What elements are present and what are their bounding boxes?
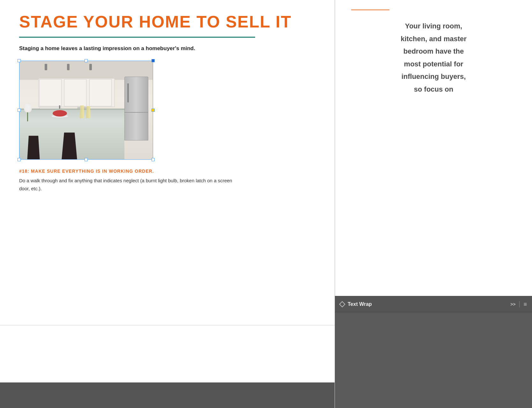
title-divider: [19, 37, 255, 38]
panel-controls: >> ≡: [510, 301, 527, 307]
text-wrap-title: Text Wrap: [348, 301, 510, 307]
main-content: STAGE YOUR HOME TO SELL IT Staging a hom…: [0, 0, 335, 408]
right-content-area: Your living room, kitchen, and master be…: [335, 0, 532, 296]
handle-br[interactable]: [151, 158, 155, 161]
handle-tr[interactable]: [151, 59, 155, 62]
selected-image-container[interactable]: [19, 61, 153, 160]
handle-tl[interactable]: [18, 59, 21, 62]
section-18-body: Do a walk through and fix anything that …: [19, 177, 242, 193]
right-text-line3: bedroom have the: [403, 47, 464, 55]
right-text-line1: Your living room,: [405, 22, 462, 30]
right-panel: Your living room, kitchen, and master be…: [335, 0, 532, 408]
text-wrap-header: Text Wrap >> ≡: [335, 296, 532, 312]
page-bottom: [0, 325, 335, 382]
kitchen-image[interactable]: [19, 61, 153, 160]
right-text-line2: kitchen, and master: [401, 35, 467, 43]
controls-divider: [519, 301, 520, 307]
diamond-icon: [339, 301, 345, 307]
right-orange-line: [351, 10, 389, 10]
right-text-line5: influencing buyers,: [402, 72, 466, 80]
handle-mr[interactable]: [151, 109, 155, 112]
section-18-heading: #18: Make sure everything is in working …: [19, 169, 316, 174]
page-title: STAGE YOUR HOME TO SELL IT: [19, 13, 316, 31]
handle-ml[interactable]: [18, 109, 21, 112]
chevron-forward-button[interactable]: >>: [510, 302, 515, 307]
panel-menu-button[interactable]: ≡: [523, 301, 527, 307]
bottom-bar: [0, 382, 335, 408]
handle-bm[interactable]: [85, 158, 88, 161]
subtitle: Staging a home leaves a lasting impressi…: [19, 45, 316, 52]
right-text-line6: so focus on: [414, 85, 453, 93]
handle-bl[interactable]: [18, 158, 21, 161]
text-wrap-panel: Text Wrap >> ≡: [335, 296, 532, 408]
text-wrap-body: [335, 312, 532, 408]
handle-tm[interactable]: [85, 59, 88, 62]
right-text-line4: most potential for: [404, 60, 463, 68]
right-panel-text: Your living room, kitchen, and master be…: [342, 20, 526, 96]
